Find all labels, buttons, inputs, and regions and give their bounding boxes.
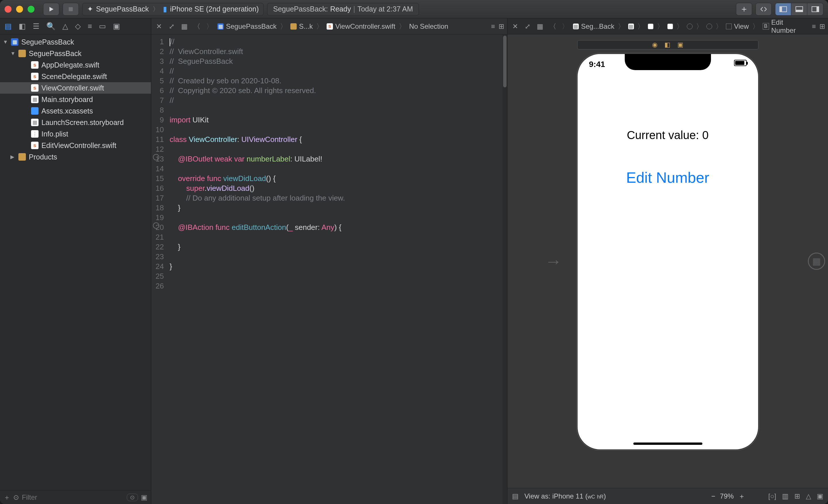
project-navigator-icon[interactable]: ▤ — [5, 22, 12, 31]
action-indicator-icon[interactable] — [153, 222, 159, 229]
code-editor[interactable]: 1234567891011121314151617181920212223242… — [151, 35, 507, 504]
expand-icon[interactable]: ⤢ — [167, 22, 176, 31]
breadcrumb[interactable] — [648, 24, 654, 29]
test-navigator-icon[interactable]: ◇ — [75, 22, 81, 31]
file-label: SceneDelegate.swift — [41, 73, 107, 81]
breadcrumb[interactable] — [706, 24, 712, 29]
source-control-navigator-icon[interactable]: ◧ — [19, 22, 26, 31]
resolve-icon[interactable]: △ — [806, 492, 811, 500]
breadcrumb[interactable]: BEdit Number — [763, 18, 809, 35]
scrollbar[interactable] — [503, 35, 507, 504]
status-state: Ready — [330, 5, 351, 13]
close-tab-icon[interactable]: ✕ — [510, 22, 520, 31]
editor-area: ✕ ⤢ ▦ 〈 〉 ▦SeguePassBack 〉 S...k 〉 sView… — [151, 18, 507, 504]
device-preview[interactable]: 9:41 Current value: 0 Edit Number — [577, 53, 759, 450]
outline-toggle-icon[interactable]: ▤ — [512, 492, 519, 500]
forward-icon[interactable]: 〉 — [560, 22, 570, 31]
svg-rect-0 — [69, 7, 73, 11]
find-navigator-icon[interactable]: 🔍 — [46, 22, 55, 31]
debug-navigator-icon[interactable]: ≡ — [88, 22, 92, 31]
navigator-filter: ＋ ⊙ ⊙ ▣ — [0, 490, 151, 504]
add-editor-icon[interactable]: ⊞ — [819, 22, 825, 31]
back-icon[interactable]: 〈 — [192, 22, 202, 31]
related-items-icon[interactable]: ▦ — [535, 22, 545, 31]
outlet-indicator-icon[interactable] — [153, 154, 159, 161]
file-item[interactable]: sSceneDelegate.swift — [0, 71, 151, 82]
back-icon[interactable]: 〈 — [548, 22, 558, 31]
chevron-right-icon: 〉 — [316, 22, 323, 31]
segue-icon[interactable]: ▦ — [808, 253, 825, 270]
app-icon: ✦ — [87, 5, 93, 13]
scene-dock[interactable]: ◉ ◧ ▣ — [577, 40, 758, 49]
group-folder[interactable]: ▼SeguePassBack — [0, 48, 151, 59]
project-root[interactable]: ▼▦SeguePassBack — [0, 36, 151, 48]
file-label: Assets.xcassets — [41, 107, 93, 115]
minimize-window-icon[interactable] — [16, 6, 23, 13]
filter-icon: ⊙ — [13, 493, 19, 501]
zoom-level[interactable]: 79% — [720, 492, 734, 500]
stop-button[interactable] — [63, 3, 79, 15]
expand-icon[interactable]: ⤢ — [523, 22, 533, 31]
zoom-in-icon[interactable]: ＋ — [738, 492, 745, 501]
file-item[interactable]: ▦LaunchScreen.storyboard — [0, 117, 151, 128]
battery-icon — [734, 60, 747, 66]
scheme-name: SeguePassBack — [96, 5, 149, 13]
align-icon[interactable]: ▥ — [782, 492, 789, 500]
minimap-icon[interactable]: ≡ — [491, 22, 495, 31]
library-button[interactable]: ＋ — [736, 3, 752, 15]
breadcrumb[interactable]: S...k — [290, 22, 313, 31]
status-project: SeguePassBack: — [273, 5, 328, 13]
close-window-icon[interactable] — [5, 6, 11, 13]
report-navigator-icon[interactable]: ▣ — [113, 22, 120, 31]
file-item-selected[interactable]: sViewController.swift — [0, 82, 151, 94]
right-panel-toggle[interactable] — [807, 3, 823, 15]
add-editor-icon[interactable]: ⊞ — [499, 22, 504, 31]
minimap-icon[interactable]: ≡ — [812, 22, 816, 31]
code-review-button[interactable] — [755, 3, 772, 15]
add-icon[interactable]: ＋ — [3, 493, 10, 502]
symbol-navigator-icon[interactable]: ☰ — [33, 22, 39, 31]
breadcrumb[interactable]: sViewController.swift — [327, 22, 395, 31]
constraints-icon[interactable]: [○] — [768, 492, 776, 500]
scrollbar-thumb[interactable] — [503, 36, 506, 87]
number-label: Current value: 0 — [578, 129, 758, 142]
code-content[interactable]: // // ViewController.swift // SeguePassB… — [166, 35, 507, 504]
forward-icon[interactable]: 〉 — [205, 22, 214, 31]
breakpoint-navigator-icon[interactable]: ▭ — [99, 22, 106, 31]
left-panel-toggle[interactable] — [775, 3, 791, 15]
scm-filter-icon[interactable]: ▣ — [141, 493, 148, 501]
embed-icon[interactable]: ▣ — [817, 492, 823, 500]
file-item[interactable]: sAppDelegate.swift — [0, 59, 151, 71]
breadcrumb[interactable] — [687, 24, 693, 29]
bottom-panel-toggle[interactable] — [791, 3, 807, 15]
breadcrumb[interactable]: No Selection — [409, 22, 448, 31]
file-item[interactable]: Assets.xcassets — [0, 105, 151, 117]
breadcrumb[interactable]: ▦ — [628, 24, 634, 29]
run-button[interactable] — [43, 3, 59, 15]
device-config[interactable]: View as: iPhone 11 (wC hR) — [525, 492, 606, 500]
file-item[interactable]: ▦Main.storyboard — [0, 94, 151, 105]
ib-canvas[interactable]: ◉ ◧ ▣ → ▦ 9:41 Current value: 0 Edit Num… — [507, 35, 828, 488]
zoom-controls: − 79% ＋ — [711, 492, 745, 501]
pin-icon[interactable]: ⊞ — [794, 492, 800, 500]
filter-input[interactable] — [22, 493, 124, 501]
breadcrumb[interactable]: ▦SeguePassBack — [217, 22, 277, 31]
edit-number-button[interactable]: Edit Number — [578, 169, 758, 186]
close-tab-icon[interactable]: ✕ — [154, 22, 164, 31]
breadcrumb[interactable]: View — [726, 22, 749, 31]
navigator-panel: ▤ ◧ ☰ 🔍 △ ◇ ≡ ▭ ▣ ▼▦SeguePassBack ▼Segue… — [0, 18, 151, 504]
file-item[interactable]: sEditViewController.swift — [0, 140, 151, 151]
scheme-selector[interactable]: ✦ SeguePassBack 〉 ▮ iPhone SE (2nd gener… — [82, 3, 264, 15]
zoom-out-icon[interactable]: − — [711, 492, 715, 500]
file-label: EditViewController.swift — [41, 141, 116, 150]
breadcrumb[interactable]: ▦Seg...Back — [573, 22, 614, 31]
products-folder[interactable]: ▶Products — [0, 151, 151, 163]
zoom-window-icon[interactable] — [28, 6, 35, 13]
file-item[interactable]: ⋮Info.plist — [0, 128, 151, 140]
initial-vc-arrow-icon[interactable]: → — [545, 251, 562, 271]
breadcrumb[interactable] — [667, 24, 673, 29]
simulator-icon: ▮ — [163, 5, 167, 13]
issue-navigator-icon[interactable]: △ — [63, 22, 68, 31]
related-items-icon[interactable]: ▦ — [179, 22, 189, 31]
recent-filter-icon[interactable]: ⊙ — [127, 494, 138, 501]
